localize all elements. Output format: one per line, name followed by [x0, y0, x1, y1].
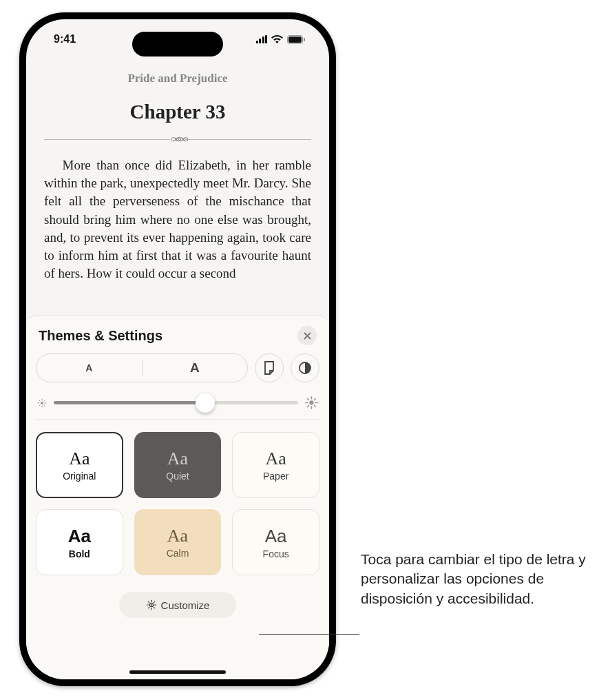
battery-icon [287, 35, 306, 44]
theme-calm[interactable]: Aa Calm [134, 509, 222, 575]
book-body-text: More than once did Elizabeth, in her ram… [44, 156, 311, 283]
svg-point-13 [309, 400, 313, 404]
gear-play-icon [146, 599, 157, 610]
svg-rect-1 [288, 37, 302, 43]
chapter-title: Chapter 33 [44, 101, 311, 123]
home-indicator[interactable] [129, 670, 226, 674]
theme-label: Bold [69, 548, 90, 559]
theme-original[interactable]: Aa Original [36, 432, 123, 498]
font-size-control: A A [36, 353, 248, 382]
increase-font-button[interactable]: A [143, 354, 248, 382]
customize-button[interactable]: Customize [119, 592, 236, 618]
page-icon [263, 361, 275, 375]
svg-point-4 [41, 401, 43, 404]
svg-rect-2 [304, 38, 305, 41]
book-title: Pride and Prejudice [44, 72, 311, 85]
svg-line-27 [154, 607, 154, 608]
svg-line-11 [39, 404, 40, 405]
decrease-font-button[interactable]: A [36, 354, 142, 382]
page-options-button[interactable] [255, 353, 284, 382]
contrast-icon [298, 361, 312, 375]
dynamic-island [132, 32, 223, 56]
appearance-button[interactable] [291, 353, 319, 382]
brightness-high-icon [305, 396, 318, 409]
themes-settings-sheet: Themes & Settings A A [26, 316, 329, 679]
svg-line-29 [154, 601, 154, 602]
theme-bold[interactable]: Aa Bold [36, 509, 123, 575]
theme-label: Focus [263, 548, 289, 559]
iphone-frame: 9:41 Pride and Prejudice Chapter 33 [19, 12, 336, 686]
screen: 9:41 Pride and Prejudice Chapter 33 [26, 19, 329, 679]
close-button[interactable] [297, 326, 317, 345]
theme-paper[interactable]: Aa Paper [232, 432, 319, 498]
svg-line-18 [308, 399, 309, 400]
theme-label: Quiet [166, 471, 189, 482]
customize-label: Customize [161, 599, 210, 611]
svg-line-26 [148, 601, 149, 602]
brightness-low-icon [37, 398, 47, 408]
svg-line-19 [314, 405, 315, 406]
theme-label: Original [63, 471, 96, 482]
theme-label: Paper [263, 471, 288, 482]
svg-line-20 [308, 405, 309, 406]
callout-leader-line [259, 634, 359, 635]
callout-text: Toca para cambiar el tipo de letra y per… [361, 550, 595, 608]
svg-line-9 [39, 400, 40, 400]
status-time: 9:41 [54, 33, 76, 45]
close-icon [304, 332, 311, 340]
chapter-ornament: ∞∞ [44, 133, 311, 145]
theme-focus[interactable]: Aa Focus [232, 509, 319, 575]
svg-line-21 [314, 399, 315, 400]
status-indicators [256, 35, 306, 44]
theme-quiet[interactable]: Aa Quiet [134, 432, 222, 498]
svg-line-10 [44, 404, 45, 405]
sheet-title: Themes & Settings [39, 328, 162, 344]
brightness-control [36, 392, 319, 420]
svg-line-12 [44, 400, 45, 400]
brightness-slider[interactable] [54, 401, 298, 404]
svg-line-28 [148, 607, 149, 608]
cellular-icon [256, 35, 268, 43]
wifi-icon [271, 35, 283, 43]
theme-label: Calm [167, 548, 189, 559]
